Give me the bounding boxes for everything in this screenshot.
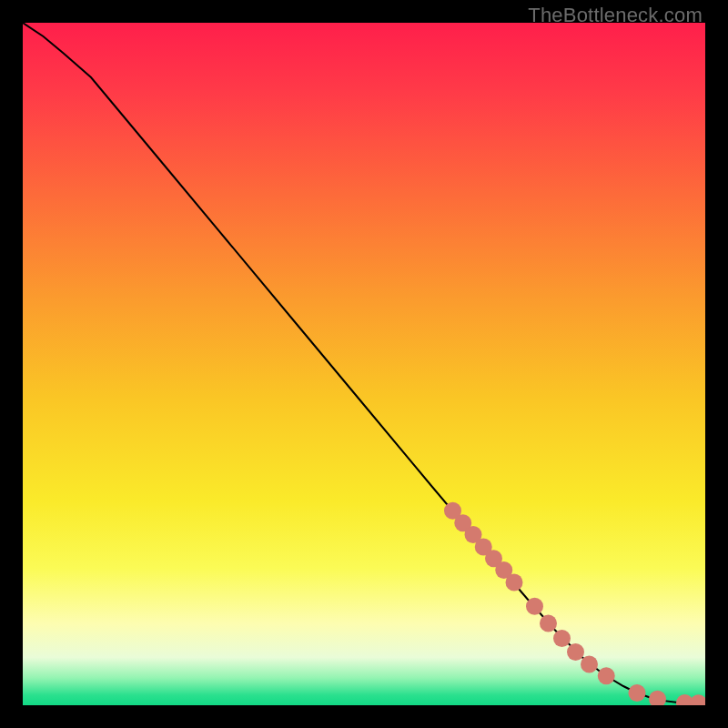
data-marker [629, 684, 646, 702]
data-marker [506, 574, 523, 592]
watermark-text: TheBottleneck.com [528, 4, 703, 27]
data-marker [598, 667, 615, 684]
data-marker [540, 615, 557, 632]
bottleneck-chart [23, 23, 705, 705]
data-marker [526, 598, 543, 615]
data-marker [581, 656, 598, 673]
chart-frame: TheBottleneck.com [0, 0, 728, 728]
data-marker [553, 630, 571, 647]
plot-background [23, 23, 705, 705]
data-marker [567, 643, 584, 661]
